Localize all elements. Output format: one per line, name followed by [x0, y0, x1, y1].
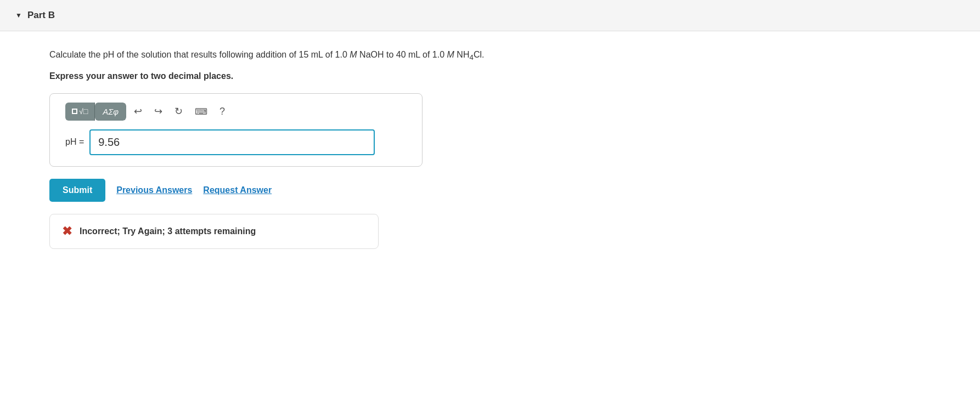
- submit-button[interactable]: Submit: [49, 179, 105, 202]
- feedback-message: Incorrect; Try Again; 3 attempts remaini…: [80, 226, 256, 236]
- ph-input-row: pH =: [61, 129, 411, 155]
- input-box: √□ ΑΣφ ↩ ↪ ↻ ⌨ ? pH =: [49, 93, 423, 167]
- question-text: Calculate the pH of the solution that re…: [49, 48, 931, 64]
- actions-row: Submit Previous Answers Request Answer: [49, 179, 931, 202]
- keyboard-button[interactable]: ⌨: [190, 104, 212, 119]
- chevron-down-icon[interactable]: ▼: [15, 12, 22, 19]
- undo-button[interactable]: ↩: [129, 103, 147, 120]
- box-icon: [72, 109, 77, 114]
- redo-button[interactable]: ↪: [150, 103, 167, 120]
- feedback-box: ✖ Incorrect; Try Again; 3 attempts remai…: [49, 214, 379, 249]
- ph-input[interactable]: [89, 129, 375, 155]
- previous-answers-button[interactable]: Previous Answers: [116, 185, 192, 195]
- express-label: Express your answer to two decimal place…: [49, 71, 931, 81]
- question-text-end: NH4Cl.: [454, 50, 485, 59]
- request-answer-button[interactable]: Request Answer: [203, 185, 272, 195]
- question-italic-2: M: [447, 50, 454, 59]
- template-button[interactable]: √□: [65, 103, 95, 121]
- ph-label: pH =: [65, 137, 84, 147]
- question-text-before: Calculate the pH of the solution that re…: [49, 50, 350, 59]
- math-template-group: √□ ΑΣφ: [65, 103, 126, 121]
- question-italic-1: M: [350, 50, 357, 59]
- greek-symbols-button[interactable]: ΑΣφ: [95, 103, 126, 121]
- refresh-button[interactable]: ↻: [170, 103, 187, 120]
- incorrect-icon: ✖: [62, 224, 72, 239]
- question-text-mid: NaOH to 40 mL of 1.0: [357, 50, 447, 59]
- toolbar: √□ ΑΣφ ↩ ↪ ↻ ⌨ ?: [61, 103, 411, 121]
- page-container: ▼ Part B Calculate the pH of the solutio…: [0, 0, 980, 397]
- part-title: Part B: [27, 10, 55, 21]
- part-header: ▼ Part B: [0, 0, 980, 31]
- help-button[interactable]: ?: [215, 104, 229, 120]
- content-area: Calculate the pH of the solution that re…: [0, 31, 980, 271]
- sqrt-symbol: √□: [79, 107, 88, 116]
